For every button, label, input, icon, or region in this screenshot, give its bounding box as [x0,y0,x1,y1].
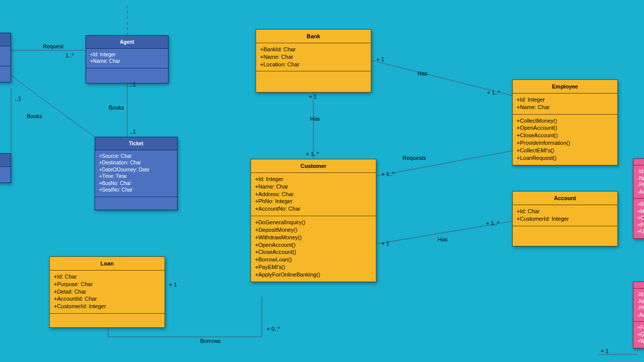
class-title: Agent [86,35,169,49]
svg-line-9 [377,221,512,244]
class-title: Account [512,191,618,205]
mult: ..1 [15,96,21,102]
mult: ..1 [130,129,136,135]
uml-class-pink-a: -Id: Ch -Name: -PhNo: -Addre +Repair +Ma… [633,158,644,239]
attr-section: +Id: Integer +Name: Char +Address: Char … [251,173,376,216]
mult: 1..* [65,52,74,58]
svg-line-8 [377,151,512,176]
label-requests: Requests [403,155,426,161]
class-title [633,158,644,165]
label-has-t: Has [418,70,428,76]
op-section [49,314,165,328]
attr-section: +Id: Integer +Name: Char [512,94,618,115]
class-title: Customer [251,159,376,173]
op-section: +FillAd() +GetLa() +Write() [633,322,644,348]
class-title: Bank [256,29,371,43]
uml-class-ticket: Ticket +Source: Char +Destination: Char … [95,137,178,210]
uml-class-loan: Loan +Id: Char +Purpose: Char +Detail: C… [49,256,165,328]
class-title [0,153,11,167]
svg-line-7 [371,60,512,96]
svg-line-2 [38,96,95,137]
uml-class-pink-b: -Id: Ch -Name: -PhNo: -Addre +FillAd() +… [633,282,644,348]
uml-class-left-stub-a [0,33,11,82]
label-request: Request [43,43,63,49]
mult: + 1 [601,348,609,354]
op-section: +DoGeneralInquiry() +DepositMoney() +Wit… [251,216,376,282]
mult: + 1 [309,94,317,100]
class-title [633,282,644,289]
attr-section: +Id: Integer +Name: Char [86,49,169,68]
op-section [256,71,371,93]
attr-section: -Id: Ch -Name: -PhNo: -Addre [633,165,644,199]
mult: + 1..* [487,89,500,96]
uml-class-customer: Customer +Id: Integer +Name: Char +Addre… [251,159,376,282]
mult: + 1 [376,56,384,62]
class-title [0,33,11,46]
mult: + 1 [169,282,177,288]
label-has-r: Has [438,236,448,242]
op-section [95,197,178,210]
attr-section: +Id: Char +Purpose: Char +Detail: Char +… [49,270,165,314]
op-section [86,68,169,83]
label-has-c: Has [310,116,320,122]
uml-class-account: Account +Id: Char +CustomerId: Integer [512,191,618,246]
attr-section: +Source: Char +Destination: Char +DateOf… [95,150,178,197]
uml-class-bank: Bank +BankId: Char +Name: Char +Location… [256,29,371,93]
class-title: Loan [49,256,165,270]
mult: + 1..* [306,151,319,157]
op-section: +CollectMoney() +OpenAccount() +CloseAcc… [512,115,618,165]
mult: + 0..* [267,326,280,332]
attr-section: -Id: Ch -Name: -PhNo: -Addre [633,289,644,322]
attr-section: +Id: Char +CustomerId: Integer [512,205,618,226]
attr-section: +BankId: Char +Name: Char +Location: Cha… [256,43,371,72]
class-title: Employee [512,79,618,94]
mult: + 1..* [486,220,499,226]
uml-class-agent: Agent +Id: Integer +Name: Char [86,35,169,83]
uml-class-left-stub-b [0,153,11,183]
op-section [512,226,618,246]
mult: + 1 [381,240,389,246]
class-title: Ticket [95,137,178,150]
mult: + 1..* [381,171,394,177]
uml-class-employee: Employee +Id: Integer +Name: Char +Colle… [512,79,618,165]
svg-line-1 [11,75,38,96]
op-section: +Repair +Mainte +Check +Prepar +Update [633,199,644,239]
label-books-l: Books [27,113,42,119]
label-books-r: Books [109,105,124,111]
label-borrows: Borrows [200,338,220,344]
